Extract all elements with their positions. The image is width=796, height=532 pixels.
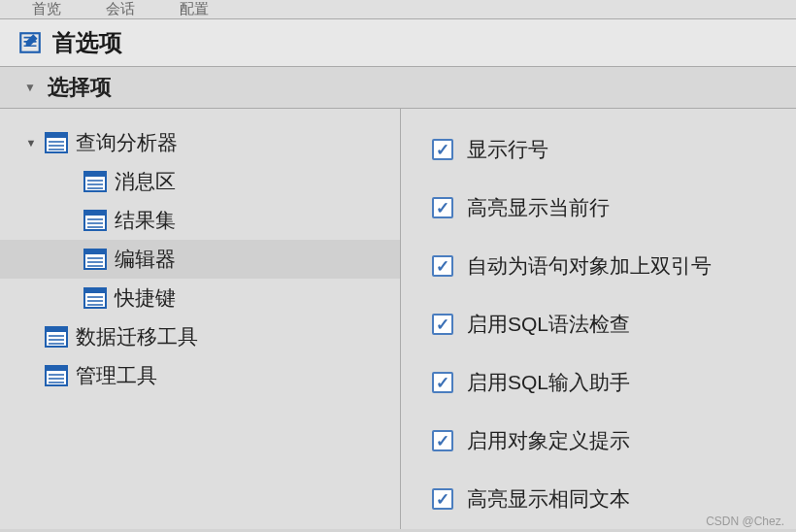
svg-rect-2 <box>46 133 67 138</box>
list-icon <box>45 132 68 153</box>
expand-arrow-icon[interactable]: ▼ <box>17 137 45 149</box>
checkmark-icon: ✓ <box>436 140 449 160</box>
svg-rect-17 <box>84 249 106 254</box>
checkbox-row: ✓ 启用对象定义提示 <box>432 427 765 454</box>
checkbox-row: ✓ 高亮显示相同文本 <box>432 485 765 513</box>
tree-node-label: 结果集 <box>115 207 176 234</box>
checkbox[interactable]: ✓ <box>432 255 453 277</box>
list-icon <box>83 171 107 192</box>
checkmark-icon: ✓ <box>436 256 449 277</box>
top-tab[interactable]: 配置 <box>172 0 216 18</box>
checkbox-label: 自动为语句对象加上双引号 <box>467 252 712 280</box>
tree-node-label: 管理工具 <box>76 362 157 389</box>
tree-node[interactable]: 消息区 <box>0 162 400 201</box>
svg-rect-32 <box>46 366 67 371</box>
list-icon <box>83 210 107 231</box>
tree-node[interactable]: 快捷键 <box>0 279 400 317</box>
list-icon <box>45 326 68 348</box>
top-tab[interactable]: 首览 <box>24 0 69 18</box>
checkbox-label: 启用SQL语法检查 <box>467 311 630 338</box>
checkbox[interactable]: ✓ <box>432 488 453 510</box>
section-header[interactable]: ▼ 选择项 <box>0 67 796 109</box>
tree-node[interactable]: 管理工具 <box>0 356 400 395</box>
watermark: CSDN @Chez. <box>706 515 784 528</box>
checkbox-label: 高亮显示相同文本 <box>467 485 630 513</box>
svg-rect-7 <box>84 172 106 177</box>
checkbox-row: ✓ 高亮显示当前行 <box>432 194 765 221</box>
sidebar-tree: ▼ 查询分析器 消息区 结果集 编辑器 快捷键 数据迁移工具 <box>0 109 401 529</box>
checkbox-label: 启用SQL输入助手 <box>467 369 630 396</box>
checkmark-icon: ✓ <box>436 431 449 451</box>
checkmark-icon: ✓ <box>436 198 449 218</box>
tree-node-label: 数据迁移工具 <box>76 323 198 350</box>
tree-node[interactable]: 编辑器 <box>0 240 400 279</box>
section-title: 选择项 <box>48 73 112 102</box>
main-area: ▼ 查询分析器 消息区 结果集 编辑器 快捷键 数据迁移工具 <box>0 109 796 529</box>
top-tab[interactable]: 会话 <box>98 0 143 18</box>
svg-rect-22 <box>84 288 106 293</box>
checkbox[interactable]: ✓ <box>432 372 453 393</box>
checkmark-icon: ✓ <box>436 315 449 335</box>
tree-node-label: 查询分析器 <box>76 129 178 156</box>
header-title: 首选项 <box>52 27 122 58</box>
checkbox-row: ✓ 启用SQL语法检查 <box>432 311 765 338</box>
tree-node-label: 消息区 <box>115 168 176 195</box>
tree-node[interactable]: 数据迁移工具 <box>0 317 400 356</box>
collapse-icon: ▼ <box>24 81 36 94</box>
preferences-icon <box>17 30 43 55</box>
tree-node-label: 快捷键 <box>115 284 176 312</box>
list-icon <box>83 249 107 270</box>
checkbox-row: ✓ 启用SQL输入助手 <box>432 369 765 396</box>
top-tabs: 首览 会话 配置 <box>0 0 796 19</box>
list-icon <box>83 287 107 309</box>
tree-node-label: 编辑器 <box>115 246 176 273</box>
checkmark-icon: ✓ <box>436 373 449 393</box>
content-panel: ✓ 显示行号 ✓ 高亮显示当前行 ✓ 自动为语句对象加上双引号 ✓ 启用SQL语… <box>401 109 796 529</box>
checkbox-row: ✓ 自动为语句对象加上双引号 <box>432 252 765 280</box>
checkbox-row: ✓ 显示行号 <box>432 136 765 163</box>
svg-rect-12 <box>84 211 106 216</box>
checkbox[interactable]: ✓ <box>432 197 453 218</box>
preferences-header: 首选项 <box>0 19 796 67</box>
checkbox[interactable]: ✓ <box>432 139 453 160</box>
checkbox-label: 启用对象定义提示 <box>467 427 630 454</box>
tree-node[interactable]: ▼ 查询分析器 <box>0 123 400 162</box>
list-icon <box>45 365 68 386</box>
checkbox-label: 高亮显示当前行 <box>467 194 610 221</box>
checkbox[interactable]: ✓ <box>432 430 453 451</box>
checkmark-icon: ✓ <box>436 489 449 510</box>
tree-node[interactable]: 结果集 <box>0 201 400 240</box>
checkbox[interactable]: ✓ <box>432 314 453 335</box>
checkbox-label: 显示行号 <box>467 136 548 163</box>
svg-rect-27 <box>46 327 67 332</box>
